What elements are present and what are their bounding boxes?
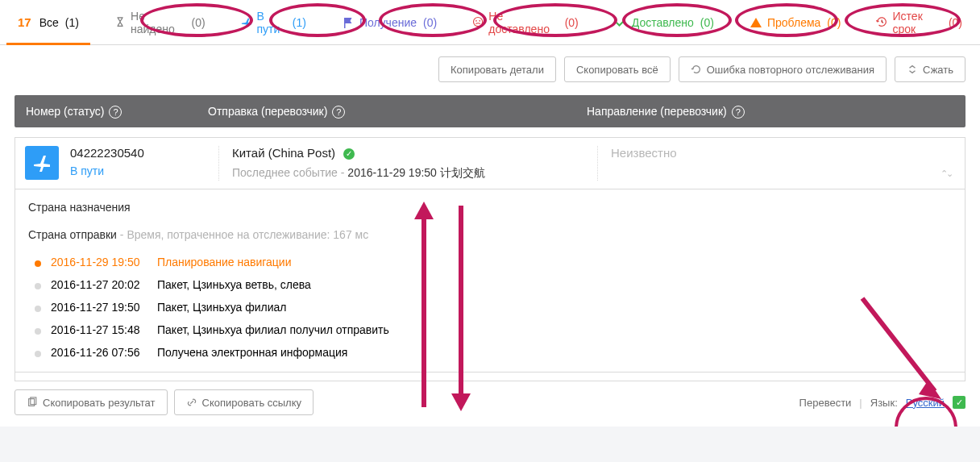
col-direction-label: Направление (перевозчик)	[587, 105, 727, 118]
flag-icon	[342, 16, 355, 29]
event-datetime: 2016-11-27 20:02	[36, 278, 157, 291]
button-label: Скопировать ссылку	[202, 397, 302, 409]
event-text: Получена электронная информация	[157, 346, 347, 359]
svg-point-1	[475, 20, 477, 22]
plane-icon	[241, 16, 252, 29]
event-datetime: 2016-11-27 19:50	[36, 301, 157, 314]
footer: Скопировать результат Скопировать ссылку…	[0, 381, 980, 427]
logo-17: 17	[18, 15, 31, 29]
tab-count: (1)	[65, 16, 79, 29]
event-datetime: 2016-11-26 07:56	[36, 346, 157, 359]
tab-notfound[interactable]: Не найдено (0)	[97, 0, 223, 44]
button-label: Ошибка повторного отслеживания	[707, 64, 874, 76]
language-check-icon: ✓	[953, 396, 965, 409]
toolbar: Копировать детали Скопировать всё Ошибка…	[0, 45, 980, 82]
tab-label: Истек срок	[893, 10, 942, 35]
link-icon	[186, 397, 197, 408]
copy-icon	[27, 397, 38, 408]
hourglass-icon	[114, 16, 126, 29]
tab-alert[interactable]: Проблема (0)	[732, 0, 859, 44]
button-label: Сжать	[923, 64, 953, 76]
language-label: Язык:	[870, 397, 898, 409]
language-select[interactable]: Русский	[906, 397, 945, 409]
tab-count: (0)	[565, 16, 579, 29]
origin-label: Страна отправки	[28, 228, 117, 241]
tracking-number: 04222230540	[70, 146, 218, 160]
tracking-status: В пути	[70, 164, 218, 177]
event-item: 2016-11-27 15:48 Пакет, Цзиньхуа филиал …	[36, 318, 952, 341]
event-text: Пакет, Цзиньхуа филиал	[157, 301, 287, 314]
tab-delivered[interactable]: Доставлено (0)	[596, 0, 732, 44]
tab-label: Не найдено	[131, 10, 185, 35]
event-item: 2016-11-26 07:56 Получена электронная ин…	[36, 341, 952, 364]
refresh-icon	[691, 64, 702, 75]
tracking-time-hint: - Время, потраченное на отслеживание: 16…	[117, 228, 368, 241]
event-item: 2016-11-27 20:02 Пакет, Цзиньхуа ветвь, …	[36, 273, 952, 296]
destination: Неизвестно	[611, 146, 677, 160]
tab-expired[interactable]: Истек срок (0)	[858, 0, 980, 44]
event-datetime: 2016-11-29 19:50	[36, 256, 157, 268]
button-label: Копировать детали	[451, 64, 544, 76]
status-badge-icon	[25, 146, 59, 180]
event-item: 2016-11-27 19:50 Пакет, Цзиньхуа филиал	[36, 296, 952, 318]
tab-count: (0)	[700, 16, 714, 29]
warning-icon	[750, 16, 762, 29]
tabs-bar: 17 Все (1) Не найдено (0) В пути (1) Пол…	[0, 0, 980, 45]
tracking-row[interactable]: 04222230540 В пути Китай (China Post) ✓ …	[15, 137, 965, 189]
help-icon[interactable]: ?	[732, 106, 745, 119]
tab-pickup[interactable]: Получение (0)	[324, 0, 455, 44]
copy-all-button[interactable]: Скопировать всё	[564, 56, 671, 82]
tab-transit[interactable]: В пути (1)	[223, 0, 324, 44]
tab-count: (0)	[827, 16, 841, 29]
tab-label: Проблема	[767, 16, 820, 29]
verified-icon: ✓	[343, 148, 355, 160]
button-label: Скопировать всё	[576, 64, 658, 76]
check-icon	[614, 16, 627, 29]
carrier: Китай (China Post) ✓	[232, 146, 597, 160]
copy-result-button[interactable]: Скопировать результат	[15, 389, 168, 415]
sad-icon	[472, 16, 484, 29]
chevron-updown-icon[interactable]: ⌃⌄	[941, 169, 952, 179]
event-item: 2016-11-29 19:50 Планирование навигации	[36, 251, 952, 273]
events-list: 2016-11-29 19:50 Планирование навигации …	[36, 251, 952, 364]
collapse-button[interactable]: Сжать	[895, 56, 965, 82]
tab-label: Все	[39, 16, 59, 29]
last-event-label: Последнее событие -	[232, 166, 344, 179]
translate-link[interactable]: Перевести	[799, 397, 852, 409]
svg-point-0	[474, 18, 483, 27]
svg-point-2	[479, 20, 480, 22]
event-text: Пакет, Цзиньхуа ветвь, слева	[157, 278, 311, 291]
column-header: Номер (статус)? Отправка (перевозчик)? Н…	[15, 95, 965, 127]
col-number-label: Номер (статус)	[26, 105, 104, 118]
help-icon[interactable]: ?	[109, 106, 122, 119]
tab-count: (0)	[192, 16, 206, 29]
event-text: Пакет, Цзиньхуа филиал получил отправить	[157, 323, 389, 336]
tab-label: Доставлено	[632, 16, 694, 29]
tab-label: Не доставлено	[488, 10, 558, 35]
tab-label: Получение	[359, 16, 417, 29]
tracking-detail: Страна назначения Страна отправки - Врем…	[15, 189, 965, 381]
tab-count: (1)	[293, 16, 306, 29]
help-icon[interactable]: ?	[332, 106, 345, 119]
carrier-name: Китай (China Post)	[232, 146, 335, 160]
tab-label: В пути	[256, 10, 285, 35]
button-label: Скопировать результат	[43, 397, 156, 409]
origin-country-label: Страна отправки - Время, потраченное на …	[28, 228, 952, 241]
col-shipping-label: Отправка (перевозчик)	[208, 105, 327, 118]
copy-details-button[interactable]: Копировать детали	[438, 56, 556, 82]
tab-all[interactable]: 17 Все (1)	[0, 0, 97, 44]
retry-error-button[interactable]: Ошибка повторного отслеживания	[679, 56, 887, 82]
last-event: Последнее событие - 2016-11-29 19:50 计划交…	[232, 166, 597, 181]
copy-link-button[interactable]: Скопировать ссылку	[174, 389, 314, 415]
history-icon	[876, 16, 887, 29]
destination-country-label: Страна назначения	[28, 201, 952, 214]
tab-undelivered[interactable]: Не доставлено (0)	[455, 0, 596, 44]
event-datetime: 2016-11-27 15:48	[36, 323, 157, 336]
tab-count: (0)	[423, 16, 437, 29]
last-event-value: 2016-11-29 19:50 计划交航	[347, 166, 484, 179]
collapse-icon	[907, 64, 918, 75]
tab-count: (0)	[949, 16, 962, 29]
event-text: Планирование навигации	[157, 256, 291, 268]
